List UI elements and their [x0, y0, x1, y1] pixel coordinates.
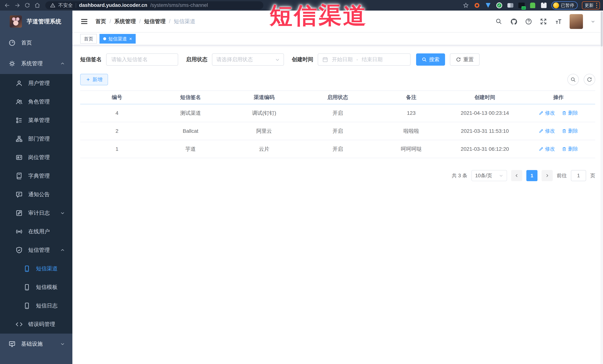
cell-sign: 测试渠道 [154, 104, 227, 122]
extensions-puzzle-icon[interactable] [540, 2, 547, 9]
cell-created: 2021-03-31 11:53:10 [448, 122, 522, 140]
status-filter-select[interactable]: 请选择启用状态 [212, 53, 284, 66]
goto-page-input[interactable] [571, 170, 586, 181]
shield-icon [16, 247, 23, 254]
user-icon [16, 80, 23, 87]
breadcrumb-item[interactable]: 首页 [95, 18, 106, 25]
sidebar-item-depts[interactable]: 部门管理 [0, 130, 72, 148]
page-number-button[interactable]: 1 [526, 170, 537, 181]
chevron-down-icon [499, 173, 503, 178]
gear-icon [9, 60, 16, 67]
refresh-table-button[interactable] [584, 74, 595, 85]
fullscreen-icon[interactable] [540, 18, 547, 25]
page-size-select[interactable]: 10条/页 [471, 170, 507, 181]
user-avatar[interactable] [569, 14, 583, 29]
cell-sign: Ballcat [154, 122, 227, 140]
extension-people-icon[interactable] [507, 2, 514, 9]
app-logo[interactable]: 芋道管理系统 [0, 11, 72, 33]
delete-button[interactable]: 删除 [562, 128, 578, 134]
search-icon[interactable] [495, 18, 502, 25]
back-icon[interactable] [3, 1, 12, 10]
cell-remark: 123 [374, 104, 448, 122]
close-icon[interactable]: × [129, 36, 132, 41]
sidebar-item-notice[interactable]: 通知公告 [0, 185, 72, 204]
sidebar-item-label: 在线用户 [28, 228, 50, 235]
delete-button[interactable]: 删除 [562, 110, 578, 116]
sidebar-item-users[interactable]: 用户管理 [0, 74, 72, 93]
profile-paused-badge[interactable]: 已暂停 [551, 1, 578, 10]
edit-button[interactable]: 修改 [539, 128, 555, 134]
font-size-icon[interactable] [555, 18, 562, 25]
sidebar-item-sms-template[interactable]: 短信模板 [0, 278, 72, 297]
sidebar-item-label: 基础设施 [21, 340, 43, 348]
tab-home[interactable]: 首页 [80, 34, 97, 44]
column-header: 渠道编码 [227, 91, 301, 104]
cell-remark: 呵呵呵哒 [374, 140, 448, 158]
next-page-button[interactable] [542, 170, 553, 181]
page-scrollbar[interactable] [600, 11, 603, 364]
reset-button[interactable]: 重置 [450, 53, 480, 66]
book-icon [16, 172, 23, 179]
sidebar-item-label: 首页 [21, 39, 32, 46]
bookmark-star-icon[interactable] [462, 2, 469, 9]
search-button[interactable]: 搜索 [416, 53, 445, 66]
breadcrumb-item: 短信管理 [144, 18, 165, 25]
sidebar-item-infra[interactable]: 基础设施 [0, 334, 72, 354]
extension-on-icon[interactable] [518, 2, 525, 9]
page-unit-label: 页 [590, 172, 595, 179]
delete-button[interactable]: 删除 [562, 145, 578, 152]
sidebar-item-dict[interactable]: 字典管理 [0, 167, 72, 185]
sidebar-filler [0, 354, 72, 364]
refresh-icon [456, 57, 461, 62]
monitor-icon [9, 341, 16, 347]
help-icon[interactable] [525, 18, 532, 25]
extension-check-icon[interactable]: ✓ [496, 2, 503, 9]
sidebar-item-roles[interactable]: 角色管理 [0, 93, 72, 111]
browser-menu-icon[interactable] [596, 3, 597, 8]
cell-created: 2021-04-13 00:23:14 [448, 104, 522, 122]
sidebar-item-sms-log[interactable]: 短信日志 [0, 297, 72, 315]
sidebar-item-home[interactable]: 首页 [0, 33, 72, 53]
sidebar-item-label: 错误码管理 [28, 321, 55, 328]
extension-icon[interactable] [474, 2, 480, 9]
security-label: 不安全 [58, 2, 73, 9]
edit-button[interactable]: 修改 [539, 110, 555, 116]
cell-actions: 修改删除 [522, 140, 595, 158]
extension-alien-icon[interactable] [529, 2, 536, 9]
app-title: 芋道管理系统 [27, 18, 61, 25]
sign-filter-input[interactable] [106, 53, 178, 66]
sidebar-item-online-users[interactable]: 在线用户 [0, 222, 72, 241]
prev-page-button[interactable] [511, 170, 522, 181]
sidebar-item-sms[interactable]: 短信管理 [0, 241, 72, 259]
sidebar-item-sms-channel[interactable]: 短信渠道 [0, 259, 72, 278]
tab-sms-channel[interactable]: 短信渠道 × [99, 34, 136, 44]
hamburger-icon[interactable] [80, 17, 88, 26]
reload-icon[interactable] [23, 1, 32, 10]
sidebar-item-error-code[interactable]: 错误码管理 [0, 315, 72, 334]
scrollbar-thumb[interactable] [601, 11, 603, 46]
toggle-search-button[interactable] [567, 74, 579, 85]
browser-update-button[interactable]: 更新 [582, 1, 600, 10]
calendar-icon [322, 56, 328, 63]
chevron-down-icon [275, 57, 279, 62]
tab-label: 短信渠道 [108, 36, 127, 42]
chevron-down-icon[interactable] [591, 19, 595, 24]
sidebar-item-audit-log[interactable]: 审计日志 [0, 204, 72, 222]
add-button[interactable]: 新增 [80, 74, 108, 85]
sidebar-item-label: 通知公告 [28, 191, 50, 198]
chevron-up-icon [60, 247, 65, 253]
date-range-picker[interactable]: 开始日期 - 结束日期 [318, 53, 411, 66]
sidebar-item-posts[interactable]: 岗位管理 [0, 148, 72, 167]
extension-pin-icon[interactable] [485, 2, 492, 9]
dashboard-icon [9, 39, 16, 46]
home-icon[interactable] [33, 1, 42, 10]
edit-button[interactable]: 修改 [539, 145, 555, 152]
sidebar-item-menus[interactable]: 菜单管理 [0, 111, 72, 130]
forward-icon[interactable] [13, 1, 22, 10]
sidebar-item-system[interactable]: 系统管理 [0, 53, 72, 74]
github-icon[interactable] [510, 18, 517, 25]
user-group-icon [16, 98, 23, 105]
address-bar[interactable]: 不安全 dashboard.yudao.iocoder.cn /system/s… [45, 1, 263, 10]
sidebar-item-label: 审计日志 [28, 209, 50, 217]
active-dot-icon [103, 37, 106, 40]
